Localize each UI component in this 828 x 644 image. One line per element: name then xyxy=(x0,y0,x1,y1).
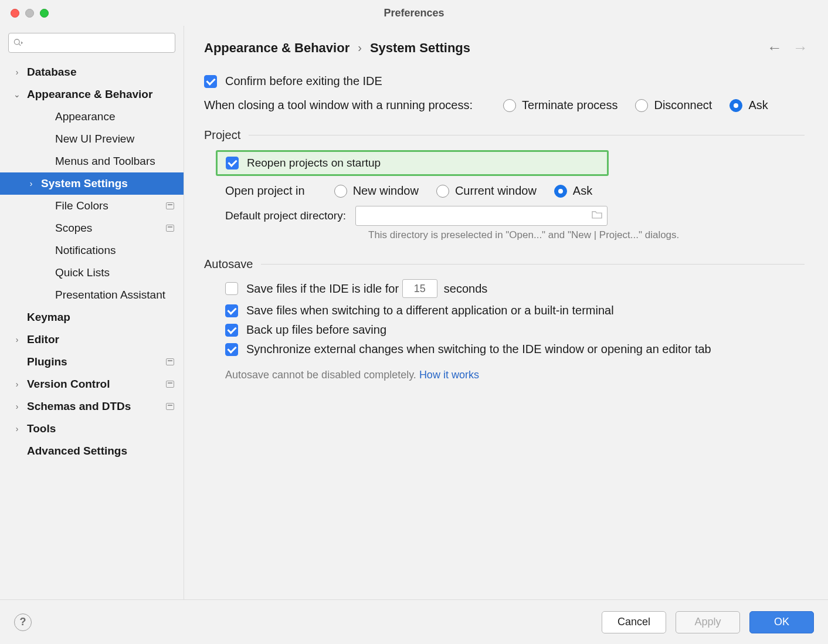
search-input[interactable] xyxy=(8,33,175,53)
sidebar-item-presentation-assistant[interactable]: Presentation Assistant xyxy=(0,284,184,306)
section-project-title: Project xyxy=(204,128,240,142)
open-project-in-radio-current-window[interactable] xyxy=(436,185,449,198)
default-dir-hint: This directory is preselected in "Open..… xyxy=(204,229,805,241)
sidebar-item-quick-lists[interactable]: Quick Lists xyxy=(0,262,184,284)
open-project-in-radio-group: New windowCurrent windowAsk xyxy=(334,184,593,198)
sidebar-item-menus-and-toolbars[interactable]: Menus and Toolbars xyxy=(0,150,184,172)
settings-tree: ›Database⌄Appearance & BehaviorAppearanc… xyxy=(0,59,184,599)
sidebar-item-tools[interactable]: ›Tools xyxy=(0,418,184,440)
save-switch-app-checkbox[interactable] xyxy=(225,304,238,317)
closing-tool-radio-ask[interactable] xyxy=(729,99,742,112)
backup-files-checkbox[interactable] xyxy=(225,324,238,337)
sidebar-item-label: Advanced Settings xyxy=(27,445,127,457)
apply-button: Apply xyxy=(676,611,740,633)
open-project-in-radio-ask[interactable] xyxy=(554,185,567,198)
sync-external-label: Synchronize external changes when switch… xyxy=(246,343,711,356)
chevron-right-icon[interactable]: › xyxy=(13,67,21,77)
sidebar-item-database[interactable]: ›Database xyxy=(0,61,184,83)
save-idle-checkbox[interactable] xyxy=(225,282,238,295)
body: ›Database⌄Appearance & BehaviorAppearanc… xyxy=(0,26,828,599)
sidebar-item-system-settings[interactable]: ›System Settings xyxy=(0,172,184,195)
ok-button[interactable]: OK xyxy=(749,611,814,633)
chevron-right-icon[interactable]: › xyxy=(27,179,35,188)
open-project-in-radio-new-window[interactable] xyxy=(334,185,347,198)
open-project-in-option-label: Current window xyxy=(455,184,537,198)
chevron-right-icon[interactable]: › xyxy=(13,424,21,433)
reopen-projects-checkbox[interactable] xyxy=(226,157,239,170)
reopen-projects-highlight: Reopen projects on startup xyxy=(216,150,609,176)
sidebar-item-keymap[interactable]: Keymap xyxy=(0,306,184,328)
sidebar-item-appearance-behavior[interactable]: ⌄Appearance & Behavior xyxy=(0,83,184,106)
content: Confirm before exiting the IDE When clos… xyxy=(184,63,828,393)
chevron-right-icon[interactable]: › xyxy=(13,379,21,389)
breadcrumb-current: System Settings xyxy=(370,40,470,56)
sidebar-item-schemas-and-dtds[interactable]: ›Schemas and DTDs xyxy=(0,395,184,418)
breadcrumb: Appearance & Behavior › System Settings … xyxy=(184,26,828,63)
nav-back-icon[interactable]: ← xyxy=(767,39,782,57)
project-level-icon xyxy=(166,202,174,209)
sidebar-item-label: Schemas and DTDs xyxy=(27,400,131,413)
sidebar: ›Database⌄Appearance & BehaviorAppearanc… xyxy=(0,26,184,599)
closing-tool-option-label: Ask xyxy=(748,99,768,112)
confirm-exit-checkbox[interactable] xyxy=(204,75,217,88)
project-level-icon xyxy=(166,225,174,232)
sidebar-item-label: Menus and Toolbars xyxy=(55,155,155,168)
project-level-icon xyxy=(166,381,174,388)
closing-tool-option-label: Disconnect xyxy=(654,99,712,112)
sidebar-item-label: Quick Lists xyxy=(55,266,110,279)
closing-tool-label: When closing a tool window with a runnin… xyxy=(204,99,473,112)
sidebar-item-notifications[interactable]: Notifications xyxy=(0,239,184,262)
nav-forward-icon: → xyxy=(793,39,808,57)
sidebar-item-label: System Settings xyxy=(41,177,128,190)
search-icon xyxy=(13,38,25,48)
save-idle-seconds-input[interactable] xyxy=(402,279,437,298)
sidebar-item-label: Appearance & Behavior xyxy=(27,88,152,101)
sidebar-item-label: Plugins xyxy=(27,355,67,368)
titlebar: Preferences xyxy=(0,0,828,26)
how-it-works-link[interactable]: How it works xyxy=(419,369,479,381)
chevron-right-icon[interactable]: › xyxy=(13,335,21,344)
nav-arrows: ← → xyxy=(767,39,808,57)
default-dir-label: Default project directory: xyxy=(225,209,346,222)
breadcrumb-root[interactable]: Appearance & Behavior xyxy=(204,40,349,56)
sidebar-item-appearance[interactable]: Appearance xyxy=(0,106,184,128)
sidebar-item-label: Tools xyxy=(27,422,56,435)
sidebar-item-new-ui-preview[interactable]: New UI Preview xyxy=(0,128,184,150)
sidebar-item-label: Version Control xyxy=(27,378,110,391)
sidebar-item-label: Notifications xyxy=(55,244,116,257)
folder-icon[interactable] xyxy=(591,210,603,222)
sidebar-item-advanced-settings[interactable]: Advanced Settings xyxy=(0,440,184,462)
sidebar-item-file-colors[interactable]: File Colors xyxy=(0,195,184,217)
default-dir-input[interactable] xyxy=(355,206,608,226)
sidebar-item-label: Editor xyxy=(27,333,59,346)
svg-line-1 xyxy=(19,44,21,46)
closing-tool-radio-disconnect[interactable] xyxy=(635,99,648,112)
sidebar-item-label: New UI Preview xyxy=(55,133,134,145)
confirm-exit-label: Confirm before exiting the IDE xyxy=(225,74,382,88)
main-panel: Appearance & Behavior › System Settings … xyxy=(184,26,828,599)
sidebar-item-label: Scopes xyxy=(55,222,92,235)
open-project-in-option-label: Ask xyxy=(573,184,592,198)
window-title: Preferences xyxy=(0,7,828,19)
reopen-projects-label: Reopen projects on startup xyxy=(247,157,381,170)
divider xyxy=(261,264,805,265)
sidebar-item-label: File Colors xyxy=(55,199,108,212)
chevron-right-icon[interactable]: › xyxy=(13,402,21,411)
sidebar-item-version-control[interactable]: ›Version Control xyxy=(0,373,184,395)
sync-external-checkbox[interactable] xyxy=(225,343,238,356)
closing-tool-radio-terminate-process[interactable] xyxy=(503,99,516,112)
search-field xyxy=(8,33,175,53)
cancel-button[interactable]: Cancel xyxy=(602,611,666,633)
chevron-down-icon[interactable]: ⌄ xyxy=(13,90,21,99)
divider xyxy=(249,135,805,135)
footer: ? Cancel Apply OK xyxy=(0,599,828,644)
project-level-icon xyxy=(166,403,174,410)
svg-point-0 xyxy=(14,39,19,45)
section-autosave-title: Autosave xyxy=(204,257,253,271)
closing-tool-option-label: Terminate process xyxy=(522,99,617,112)
sidebar-item-plugins[interactable]: Plugins xyxy=(0,351,184,373)
help-button[interactable]: ? xyxy=(14,614,32,631)
sidebar-item-editor[interactable]: ›Editor xyxy=(0,328,184,351)
save-idle-label-pre: Save files if the IDE is idle for xyxy=(246,282,399,296)
sidebar-item-scopes[interactable]: Scopes xyxy=(0,217,184,239)
